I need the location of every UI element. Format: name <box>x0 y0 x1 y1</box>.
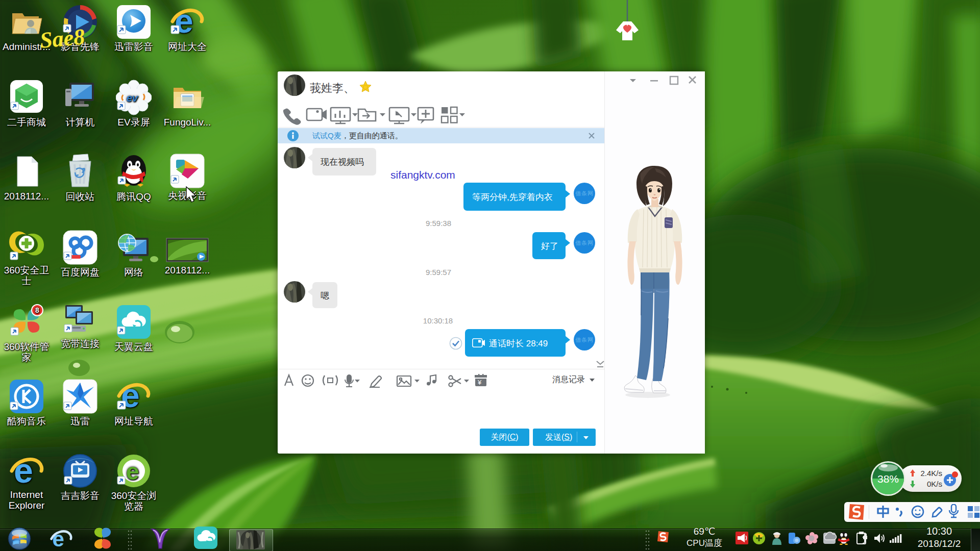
svg-text:ev: ev <box>127 92 139 104</box>
svg-text:8: 8 <box>35 306 39 314</box>
svg-text:e: e <box>126 458 139 485</box>
svg-text:¥: ¥ <box>477 379 482 386</box>
svg-text:38%: 38% <box>877 473 899 485</box>
